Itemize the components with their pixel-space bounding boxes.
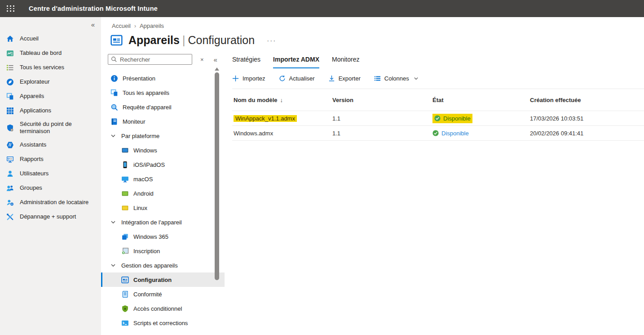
- sidebar-item-securite-point-terminaison[interactable]: Sécurité du point de terminaison: [0, 118, 101, 138]
- secondary-collapse-icon[interactable]: «: [214, 56, 217, 63]
- sidebar-item-tableau-de-bord[interactable]: Tableau de bord: [0, 46, 101, 60]
- tab-importez-admx[interactable]: Importez ADMX: [273, 56, 319, 68]
- sort-descending-icon[interactable]: ↓: [280, 97, 283, 103]
- monitor-notebook-icon: [110, 118, 118, 125]
- chevron-down-icon: [110, 263, 116, 268]
- import-button[interactable]: Importez: [232, 75, 265, 82]
- snav-macos[interactable]: macOS: [101, 172, 225, 186]
- tenant-admin-icon: [6, 199, 14, 206]
- home-icon: [6, 35, 14, 43]
- row-created: 17/03/2026 10:03:51: [529, 115, 644, 122]
- search-icon: [111, 56, 117, 63]
- troubleshoot-tools-icon: [6, 213, 14, 221]
- column-header-creation-effectuee[interactable]: Création effectuée: [529, 97, 644, 103]
- sidebar-item-explorateur[interactable]: Explorateur: [0, 75, 101, 89]
- admx-table: Nom du modèle↓ Version État Création eff…: [232, 89, 644, 141]
- apps-grid-icon: [6, 107, 14, 115]
- snav-requete-appareil[interactable]: Requête d'appareil: [101, 100, 225, 114]
- macos-monitor-icon: [121, 175, 129, 183]
- snav-android[interactable]: Android: [101, 186, 225, 201]
- content-panel: Stratégies Importez ADMX Monitorez Impor…: [225, 49, 644, 335]
- configuration-window-icon: [110, 34, 123, 46]
- columns-list-icon: [374, 75, 381, 82]
- sidebar-item-administration-locataire[interactable]: Administration de locataire: [0, 195, 101, 210]
- clear-search-icon[interactable]: ×: [200, 56, 204, 63]
- snav-group-par-plateforme[interactable]: Par plateforme: [101, 129, 225, 143]
- windows-screen-icon: [121, 147, 129, 154]
- download-icon: [328, 75, 335, 82]
- row-name[interactable]: Windows.admx: [232, 130, 331, 137]
- tab-monitorez[interactable]: Monitorez: [332, 56, 359, 68]
- android-screen-icon: [121, 190, 129, 197]
- sidebar-item-utilisateurs[interactable]: Utilisateurs: [0, 166, 101, 181]
- linux-screen-icon: [121, 204, 129, 212]
- conditional-access-shield-icon: [121, 305, 129, 313]
- snav-presentation[interactable]: Présentation: [101, 71, 225, 85]
- devices-icon: [6, 93, 14, 100]
- snav-acces-conditionnel[interactable]: Accès conditionnel: [101, 301, 225, 316]
- explorer-compass-icon: [6, 78, 14, 86]
- snav-inscription[interactable]: Inscription: [101, 244, 225, 258]
- check-circle-icon: [434, 115, 441, 121]
- app-launcher-button[interactable]: [0, 0, 22, 17]
- columns-button[interactable]: Colonnes: [374, 75, 419, 82]
- page-title: Appareils|Configuration: [128, 34, 255, 47]
- snav-windows[interactable]: Windows: [101, 143, 225, 157]
- table-row[interactable]: Windows.admx 1.1 Disponible 20/02/2026 0…: [232, 126, 644, 141]
- snav-moniteur[interactable]: Moniteur: [101, 114, 225, 129]
- chevron-down-icon: [414, 76, 419, 81]
- secondary-scrollbar[interactable]: [215, 67, 219, 331]
- refresh-button[interactable]: Actualiser: [279, 75, 315, 82]
- compliance-document-icon: [121, 290, 129, 298]
- sidebar-item-applications[interactable]: Applications: [0, 103, 101, 118]
- sidebar-item-assistants[interactable]: Assistants: [0, 138, 101, 152]
- status-label: Disponible: [443, 115, 471, 122]
- breadcrumb-separator: ›: [134, 23, 136, 29]
- breadcrumb-appareils[interactable]: Appareils: [140, 22, 164, 29]
- breadcrumb-accueil[interactable]: Accueil: [112, 22, 131, 29]
- sidebar-item-accueil[interactable]: Accueil: [0, 31, 101, 46]
- export-button[interactable]: Exporter: [328, 75, 361, 82]
- sidebar-item-groupes[interactable]: Groupes: [0, 181, 101, 195]
- snav-ios-ipados[interactable]: iOS/iPadOS: [101, 157, 225, 172]
- top-bar: Centre d'administration Microsoft Intune: [0, 0, 644, 17]
- snav-group-gestion-des-appareils[interactable]: Gestion des appareils: [101, 258, 225, 272]
- windows365-icon: [121, 233, 129, 241]
- more-options-icon[interactable]: ···: [267, 36, 276, 44]
- sidebar-item-rapports[interactable]: Rapports: [0, 152, 101, 166]
- column-header-version[interactable]: Version: [331, 97, 431, 103]
- user-icon: [6, 170, 14, 178]
- tab-bar: Stratégies Importez ADMX Monitorez: [232, 56, 644, 68]
- snav-linux[interactable]: Linux: [101, 201, 225, 215]
- scrollbar-up-arrow-icon[interactable]: [215, 67, 219, 71]
- snav-scripts-et-corrections[interactable]: Scripts et corrections: [101, 316, 225, 330]
- column-header-nom-du-modele[interactable]: Nom du modèle↓: [232, 97, 331, 103]
- reports-monitor-icon: [6, 156, 14, 163]
- plus-icon: [232, 75, 239, 82]
- sidebar-item-appareils[interactable]: Appareils: [0, 89, 101, 103]
- check-circle-icon: [432, 130, 439, 136]
- snav-configuration[interactable]: Configuration: [101, 272, 225, 287]
- snav-group-integration-appareil[interactable]: Intégration de l'appareil: [101, 215, 225, 229]
- scrollbar-thumb[interactable]: [215, 72, 219, 280]
- sidebar-item-depannage-support[interactable]: Dépannage + support: [0, 210, 101, 224]
- snav-tous-les-appareils[interactable]: Tous les appareils: [101, 85, 225, 100]
- app-title: Centre d'administration Microsoft Intune: [29, 5, 158, 12]
- chevron-down-icon: [110, 219, 116, 225]
- row-version: 1.1: [331, 130, 431, 137]
- sidebar-collapse-icon[interactable]: «: [91, 21, 95, 28]
- services-list-icon: [6, 64, 14, 71]
- row-status: Disponible: [431, 114, 529, 123]
- snav-windows-365[interactable]: Windows 365: [101, 229, 225, 244]
- tab-strategies[interactable]: Stratégies: [232, 56, 260, 68]
- device-query-magnifier-icon: [110, 103, 118, 111]
- search-input[interactable]: [120, 56, 189, 63]
- column-header-etat[interactable]: État: [431, 97, 529, 103]
- snav-conformite[interactable]: Conformité: [101, 287, 225, 301]
- table-header-row: Nom du modèle↓ Version État Création eff…: [232, 89, 644, 111]
- table-row[interactable]: WinAppack_v1.1.admx 1.1 Disponible 17/03…: [232, 111, 644, 126]
- sidebar-item-tous-les-services[interactable]: Tous les services: [0, 60, 101, 75]
- primary-sidebar: « Accueil Tableau de bord Tous les servi…: [0, 17, 101, 335]
- row-version: 1.1: [331, 115, 431, 122]
- scripts-terminal-icon: [121, 319, 129, 327]
